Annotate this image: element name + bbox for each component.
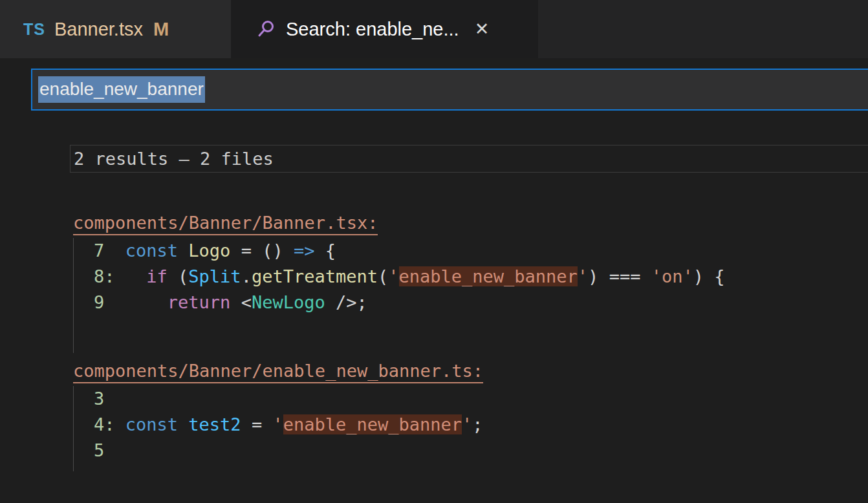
- code-token: Logo: [188, 241, 230, 261]
- results-summary: 2 results – 2 files: [70, 145, 868, 173]
- code-token: test2: [188, 414, 241, 434]
- code-token: .: [241, 266, 252, 286]
- result-line[interactable]: 3: [74, 386, 868, 412]
- code-token: {: [325, 241, 336, 261]
- code-token: ;: [472, 414, 483, 434]
- match-highlight: enable_new_banner: [399, 266, 578, 286]
- code-token: [178, 414, 188, 434]
- code-token: const: [125, 241, 178, 261]
- file-path-link[interactable]: components/Banner/enable_new_banner.ts:: [73, 361, 483, 383]
- code-token: ===: [609, 266, 641, 286]
- file-path-link[interactable]: components/Banner/Banner.tsx:: [73, 213, 378, 235]
- code-token: NewLogo: [252, 292, 325, 312]
- code-token: ): [588, 266, 598, 286]
- code-token: ': [272, 414, 283, 434]
- search-results-editor: 2 results – 2 files components/Banner/Ba…: [0, 111, 868, 503]
- code-token: [168, 266, 178, 286]
- file-path-heading: components/Banner/enable_new_banner.ts:: [73, 359, 868, 383]
- code-token: (: [178, 266, 188, 286]
- results-container: components/Banner/Banner.tsx:7 const Log…: [0, 211, 868, 471]
- file-path-heading: components/Banner/Banner.tsx:: [73, 211, 868, 235]
- code-token: ': [388, 266, 398, 286]
- code-token: <: [241, 292, 252, 312]
- line-number: 4:: [94, 414, 125, 434]
- tab-bar: TS Banner.tsx M Search: enable_ne... ✕: [0, 0, 868, 58]
- code-token: Split: [188, 266, 241, 286]
- code-token: ': [578, 266, 588, 286]
- line-number: 8:: [94, 266, 125, 286]
- code-token: [704, 266, 714, 286]
- search-query-selected-text: enable_new_banner: [38, 76, 205, 103]
- code-token: />;: [336, 292, 367, 312]
- code-token: [230, 241, 241, 261]
- code-token: ': [462, 414, 472, 434]
- result-line[interactable]: 7 const Logo = () => {: [74, 238, 868, 264]
- code-token: (): [262, 241, 283, 261]
- code-token: if: [146, 266, 168, 286]
- typescript-file-icon: TS: [23, 20, 45, 39]
- modified-badge: M: [153, 19, 169, 40]
- file-result-block: components/Banner/enable_new_banner.ts:3…: [73, 359, 868, 471]
- code-token: [125, 292, 168, 312]
- code-token: [598, 266, 609, 286]
- line-number: 5: [94, 440, 104, 460]
- code-token: [283, 241, 294, 261]
- code-token: [252, 241, 262, 261]
- search-icon: [255, 19, 276, 39]
- code-token: [325, 292, 336, 312]
- code-token: [178, 241, 188, 261]
- code-token: [125, 266, 147, 286]
- code-token: [262, 414, 272, 434]
- match-highlight: enable_new_banner: [283, 414, 462, 434]
- result-line[interactable]: 9 return <NewLogo />;: [74, 290, 868, 316]
- code-token: return: [168, 292, 231, 312]
- code-token: =: [241, 241, 252, 261]
- result-lines: 34: const test2 = 'enable_new_banner';5: [73, 386, 868, 471]
- code-token: {: [714, 266, 724, 286]
- code-token: =: [252, 414, 262, 434]
- line-number: 7: [94, 241, 125, 261]
- line-number: 9: [94, 292, 125, 312]
- code-token: (: [378, 266, 388, 286]
- close-icon[interactable]: ✕: [475, 21, 490, 38]
- result-line[interactable]: 8: if (Split.getTreatment('enable_new_ba…: [74, 264, 868, 290]
- result-line[interactable]: 4: const test2 = 'enable_new_banner';: [74, 412, 868, 438]
- code-token: getTreatment: [252, 266, 378, 286]
- tab-label: Search: enable_ne...: [286, 19, 459, 40]
- tab-banner-tsx[interactable]: TS Banner.tsx M: [0, 0, 231, 58]
- code-token: ): [693, 266, 704, 286]
- result-line[interactable]: 5: [74, 438, 868, 464]
- line-number: 3: [94, 389, 104, 409]
- code-token: [640, 266, 651, 286]
- code-token: const: [125, 414, 178, 434]
- tab-label: Banner.tsx: [54, 19, 143, 40]
- tab-search-editor[interactable]: Search: enable_ne... ✕: [231, 0, 538, 58]
- file-result-block: components/Banner/Banner.tsx:7 const Log…: [73, 211, 868, 353]
- search-query-input[interactable]: enable_new_banner: [31, 69, 868, 111]
- code-token: =>: [294, 241, 315, 261]
- code-token: [230, 292, 241, 312]
- code-token: [314, 241, 325, 261]
- result-lines: 7 const Logo = () => {8: if (Split.getTr…: [73, 238, 868, 353]
- code-token: 'on': [651, 266, 693, 286]
- code-token: [241, 414, 252, 434]
